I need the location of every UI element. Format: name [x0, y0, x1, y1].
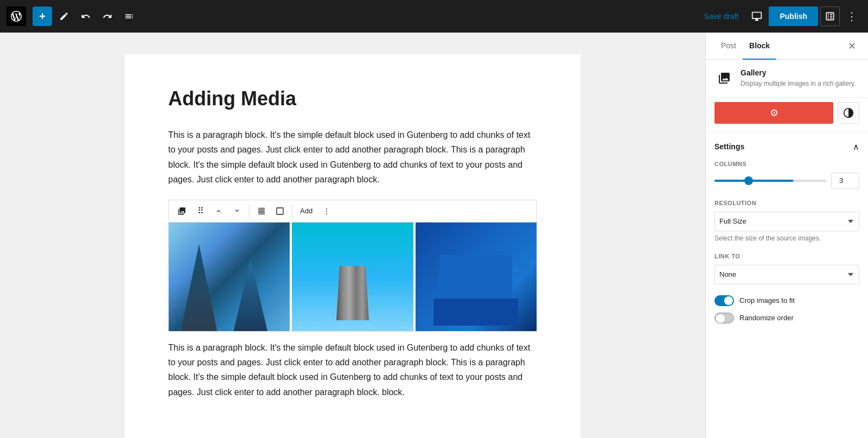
style-buttons-row: ⚙ [706, 98, 868, 133]
sidebar-toggle-button[interactable] [820, 7, 840, 26]
randomize-row: Randomize order [714, 313, 859, 323]
gear-icon: ⚙ [770, 107, 778, 119]
full-width-button[interactable] [271, 202, 289, 220]
sidebar-tabs: Post Block ✕ [706, 33, 868, 60]
style-half-circle-button[interactable] [838, 102, 859, 124]
gallery-block: ⠿ Ad [168, 200, 537, 332]
wordpress-logo [7, 7, 26, 26]
gallery-image-chair[interactable] [416, 223, 537, 331]
redo-icon [103, 11, 112, 21]
block-toolbar: ⠿ Ad [169, 200, 537, 223]
sidebar-close-button[interactable]: ✕ [844, 39, 859, 54]
block-info-text: Gallery Display multiple images in a ric… [741, 68, 856, 88]
undo-icon [81, 11, 91, 21]
randomize-label: Randomize order [739, 314, 794, 322]
resolution-select[interactable]: Full Size Large Medium Thumbnail [714, 212, 859, 231]
add-block-button[interactable]: + [33, 7, 52, 26]
paragraph-block-1[interactable]: This is a paragraph block. It's the simp… [168, 128, 537, 187]
more-options-button[interactable]: ⋮ [842, 7, 861, 26]
block-icon-wrapper [714, 68, 734, 88]
post-title[interactable]: Adding Media [168, 87, 537, 110]
wp-logo-icon [11, 11, 22, 22]
settings-header: Settings ∧ [714, 142, 859, 152]
edit-icon [59, 11, 69, 21]
block-title: Gallery [741, 68, 856, 77]
columns-number-input[interactable] [831, 173, 859, 189]
tab-post[interactable]: Post [714, 33, 743, 60]
columns-row [714, 173, 859, 189]
edit-tool-button[interactable] [54, 7, 74, 26]
columns-slider[interactable] [714, 180, 827, 182]
settings-collapse-button[interactable]: ∧ [853, 142, 859, 152]
settings-title: Settings [714, 142, 744, 151]
resolution-helper: Select the size of the source images. [714, 234, 859, 242]
gallery-images-grid [169, 223, 537, 331]
undo-button[interactable] [76, 7, 95, 26]
block-info-section: Gallery Display multiple images in a ric… [706, 60, 868, 98]
chevron-up-icon [215, 207, 222, 215]
list-view-icon [124, 11, 134, 21]
more-block-options-button[interactable]: ⋮ [318, 202, 335, 220]
chevron-up-icon: ∧ [853, 142, 859, 151]
tab-block[interactable]: Block [743, 33, 776, 60]
gallery-type-button[interactable] [173, 202, 190, 220]
toolbar-separator-2 [292, 205, 292, 218]
gallery-block-icon [718, 72, 731, 85]
crop-images-row: Crop images to fit [714, 295, 859, 306]
save-draft-button[interactable]: Save draft [698, 8, 745, 25]
link-to-setting: LINK TO None Media File Attachment Page [714, 253, 859, 284]
ellipsis-icon: ⋮ [323, 207, 330, 215]
more-icon: ⋮ [846, 10, 857, 23]
move-up-button[interactable] [210, 202, 227, 220]
close-icon: ✕ [848, 40, 856, 52]
resolution-label: RESOLUTION [714, 200, 859, 206]
half-circle-icon [843, 107, 854, 118]
drag-handle-button[interactable]: ⠿ [192, 202, 209, 220]
document-overview-button[interactable] [119, 7, 139, 26]
align-wide-button[interactable] [253, 202, 270, 220]
drag-icon: ⠿ [197, 206, 203, 216]
gallery-image-pencils[interactable] [292, 223, 413, 331]
link-to-label: LINK TO [714, 253, 859, 259]
columns-label: COLUMNS [714, 161, 859, 167]
add-images-button[interactable]: Add [296, 205, 317, 217]
gallery-icon [177, 207, 186, 215]
sidebar-toggle-icon [825, 11, 835, 22]
main-layout: Adding Media This is a paragraph block. … [0, 33, 868, 438]
randomize-toggle[interactable] [714, 313, 734, 323]
move-down-button[interactable] [228, 202, 246, 219]
right-sidebar: Post Block ✕ Gallery Display multiple im… [705, 33, 868, 438]
align-wide-icon [257, 207, 266, 215]
monitor-icon [751, 11, 762, 22]
crop-images-label: Crop images to fit [739, 296, 795, 304]
columns-setting: COLUMNS [714, 161, 859, 189]
block-description: Display multiple images in a rich galler… [741, 79, 856, 88]
settings-panel: Settings ∧ COLUMNS RESOLUTION Full Size … [706, 133, 868, 339]
preview-button[interactable] [747, 7, 767, 26]
full-width-icon [276, 207, 284, 215]
toolbar-separator [249, 205, 250, 218]
paragraph-block-2[interactable]: This is a paragraph block. It's the simp… [168, 340, 537, 399]
crop-images-toggle[interactable] [714, 295, 734, 306]
redo-button[interactable] [98, 7, 117, 26]
editor-area: Adding Media This is a paragraph block. … [0, 33, 705, 438]
resolution-setting: RESOLUTION Full Size Large Medium Thumbn… [714, 200, 859, 242]
style-settings-button[interactable]: ⚙ [714, 102, 833, 124]
gallery-image-buildings[interactable] [169, 223, 290, 331]
main-toolbar: + Save draft Publish ⋮ [0, 0, 868, 33]
publish-button[interactable]: Publish [769, 7, 818, 26]
link-to-select[interactable]: None Media File Attachment Page [714, 265, 859, 284]
chevron-down-icon [233, 207, 241, 214]
editor-content: Adding Media This is a paragraph block. … [125, 54, 580, 438]
